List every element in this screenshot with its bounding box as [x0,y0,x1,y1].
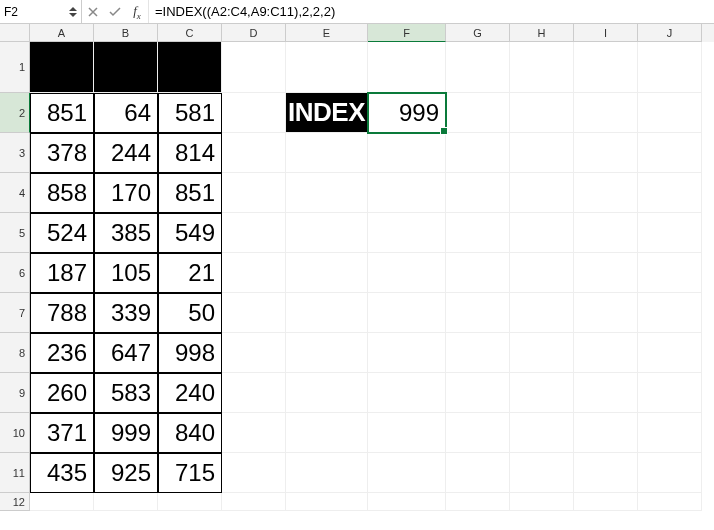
cell-C10[interactable]: 840 [158,413,222,453]
row-header-10[interactable]: 10 [0,413,30,453]
cell-I4[interactable] [574,173,638,213]
cell-C4[interactable]: 851 [158,173,222,213]
row-header-7[interactable]: 7 [0,293,30,333]
cell-D12[interactable] [222,493,286,511]
row-header-11[interactable]: 11 [0,453,30,493]
cell-A4[interactable]: 858 [30,173,94,213]
cell-C11[interactable]: 715 [158,453,222,493]
cell-B4[interactable]: 170 [94,173,158,213]
cell-D5[interactable] [222,213,286,253]
cell-J6[interactable] [638,253,702,293]
cell-J3[interactable] [638,133,702,173]
col-header-G[interactable]: G [446,24,510,42]
cell-G10[interactable] [446,413,510,453]
cell-F3[interactable] [368,133,446,173]
cell-G1[interactable] [446,42,510,93]
cell-B8[interactable]: 647 [94,333,158,373]
cell-D11[interactable] [222,453,286,493]
cell-C8[interactable]: 998 [158,333,222,373]
cell-G6[interactable] [446,253,510,293]
row-header-9[interactable]: 9 [0,373,30,413]
cell-H4[interactable] [510,173,574,213]
cell-G2[interactable] [446,93,510,133]
cell-E6[interactable] [286,253,368,293]
cell-J11[interactable] [638,453,702,493]
cell-E8[interactable] [286,333,368,373]
cell-G12[interactable] [446,493,510,511]
row-header-6[interactable]: 6 [0,253,30,293]
cell-B12[interactable] [94,493,158,511]
cell-I8[interactable] [574,333,638,373]
cell-B11[interactable]: 925 [94,453,158,493]
cell-G5[interactable] [446,213,510,253]
cell-H3[interactable] [510,133,574,173]
cell-H9[interactable] [510,373,574,413]
cell-J7[interactable] [638,293,702,333]
cell-C12[interactable] [158,493,222,511]
cell-A2[interactable]: 851 [30,93,94,133]
cell-J9[interactable] [638,373,702,413]
cell-I6[interactable] [574,253,638,293]
col-header-J[interactable]: J [638,24,702,42]
cell-D4[interactable] [222,173,286,213]
cell-C7[interactable]: 50 [158,293,222,333]
col-header-D[interactable]: D [222,24,286,42]
cell-A11[interactable]: 435 [30,453,94,493]
cell-F10[interactable] [368,413,446,453]
cell-C5[interactable]: 549 [158,213,222,253]
cell-F12[interactable] [368,493,446,511]
cell-C9[interactable]: 240 [158,373,222,413]
cell-I3[interactable] [574,133,638,173]
cell-G3[interactable] [446,133,510,173]
row-header-8[interactable]: 8 [0,333,30,373]
confirm-formula-button[interactable] [104,0,126,23]
cell-F9[interactable] [368,373,446,413]
select-all-corner[interactable] [0,24,30,42]
col-header-I[interactable]: I [574,24,638,42]
cell-H12[interactable] [510,493,574,511]
cell-H6[interactable] [510,253,574,293]
cell-J5[interactable] [638,213,702,253]
row-header-2[interactable]: 2 [0,93,30,133]
cell-D7[interactable] [222,293,286,333]
cell-J10[interactable] [638,413,702,453]
cell-D2[interactable] [222,93,286,133]
cell-B10[interactable]: 999 [94,413,158,453]
cell-I5[interactable] [574,213,638,253]
cell-J8[interactable] [638,333,702,373]
cell-D8[interactable] [222,333,286,373]
cell-A12[interactable] [30,493,94,511]
cell-J2[interactable] [638,93,702,133]
cell-A9[interactable]: 260 [30,373,94,413]
cell-I9[interactable] [574,373,638,413]
cell-F6[interactable] [368,253,446,293]
cell-D6[interactable] [222,253,286,293]
row-header-3[interactable]: 3 [0,133,30,173]
cell-E9[interactable] [286,373,368,413]
cell-G7[interactable] [446,293,510,333]
cell-I2[interactable] [574,93,638,133]
cell-F4[interactable] [368,173,446,213]
cell-E3[interactable] [286,133,368,173]
cell-A6[interactable]: 187 [30,253,94,293]
cell-E1[interactable] [286,42,368,93]
formula-input[interactable]: =INDEX((A2:C4,A9:C11),2,2,2) [148,0,714,23]
cell-A7[interactable]: 788 [30,293,94,333]
cell-B2[interactable]: 64 [94,93,158,133]
cell-F1[interactable] [368,42,446,93]
row-header-12[interactable]: 12 [0,493,30,511]
cell-E4[interactable] [286,173,368,213]
cell-H7[interactable] [510,293,574,333]
cell-B1[interactable] [94,42,158,93]
cell-A8[interactable]: 236 [30,333,94,373]
cell-C3[interactable]: 814 [158,133,222,173]
row-header-1[interactable]: 1 [0,42,30,93]
name-box-stepper[interactable] [69,6,77,18]
col-header-E[interactable]: E [286,24,368,42]
cell-E11[interactable] [286,453,368,493]
cell-H5[interactable] [510,213,574,253]
cell-D10[interactable] [222,413,286,453]
cell-E7[interactable] [286,293,368,333]
cell-G8[interactable] [446,333,510,373]
cell-E10[interactable] [286,413,368,453]
